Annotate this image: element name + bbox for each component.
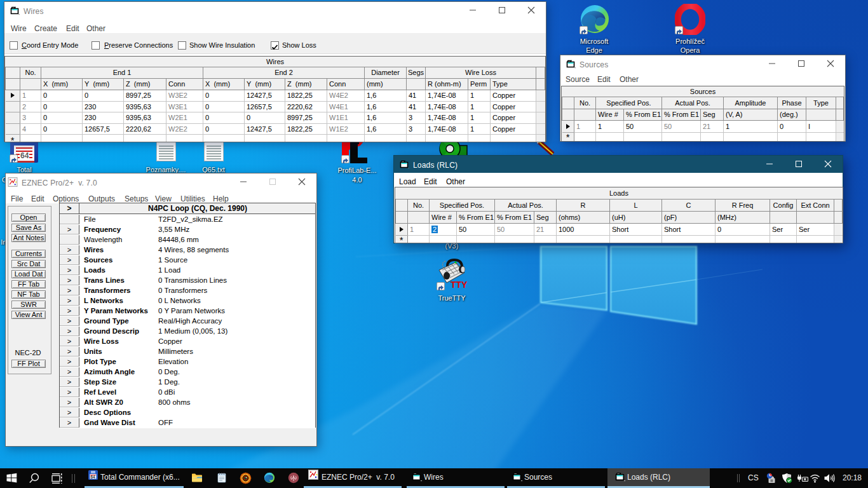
svg-text:TTY: TTY <box>451 280 468 290</box>
